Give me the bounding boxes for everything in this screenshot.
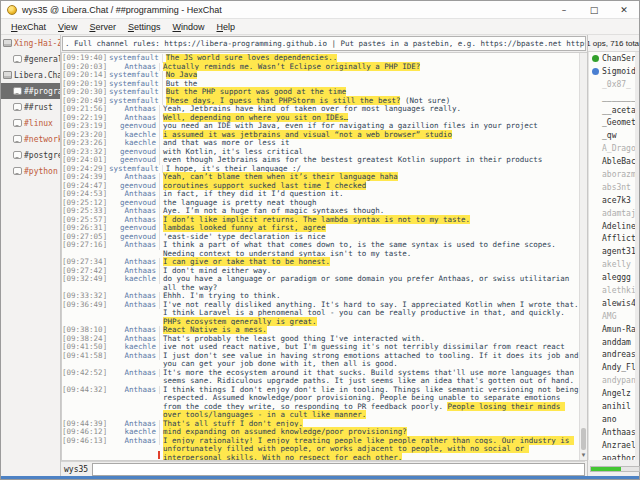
message-row: [09:36:49]AnthaasI've not really dislike… xyxy=(62,301,579,327)
nick-label: Anthaas xyxy=(109,352,160,361)
user-item[interactable]: Anzrael xyxy=(589,439,635,452)
user-item[interactable]: aborazme xyxy=(589,168,635,181)
tree-item-linux[interactable]: #linux xyxy=(1,115,60,131)
user-item[interactable]: __acetak xyxy=(589,104,635,117)
tree-item-rust[interactable]: ##rust xyxy=(1,99,60,115)
user-item[interactable]: andreas3 xyxy=(589,348,635,361)
message-text: I think a part of what that comes down t… xyxy=(160,241,579,258)
user-item[interactable]: alethkit xyxy=(589,284,635,297)
user-item[interactable]: ano xyxy=(589,413,635,426)
tree-item-python[interactable]: #python xyxy=(1,163,60,179)
plain-text: I just don't see value in having strong … xyxy=(163,351,579,369)
user-list: ChanServSigmoidF_0x87__________acetak_Ge… xyxy=(588,52,635,460)
tree-item-label: Libera.Chat xyxy=(14,71,60,80)
user-item[interactable]: A_Dragon xyxy=(589,142,635,155)
user-item[interactable]: Afflicti xyxy=(589,232,635,245)
chat-scrollbar[interactable]: ▼ xyxy=(579,53,587,460)
user-item[interactable]: anihil xyxy=(589,400,635,413)
no-badge xyxy=(592,390,599,397)
user-item[interactable]: AMG xyxy=(589,310,635,323)
network-icon xyxy=(3,39,12,47)
user-item[interactable]: ace7k3 xyxy=(589,194,635,207)
user-item[interactable]: _______ xyxy=(589,91,635,104)
channel-bubble-icon xyxy=(13,151,22,159)
hexchat-icon xyxy=(7,5,17,15)
user-item[interactable]: agent314 xyxy=(589,245,635,258)
user-item[interactable]: alewis4 xyxy=(589,297,635,310)
user-name: _0x87_ xyxy=(602,80,631,89)
tree-item-programm[interactable]: ##programm xyxy=(1,83,60,99)
highlighted-text: But the PHP support was good at the time xyxy=(166,87,347,96)
user-item[interactable]: AbleBaco xyxy=(589,155,635,168)
no-badge xyxy=(592,377,599,384)
message-row: [09:42:52]AnthaasIt's more the ecosystem… xyxy=(62,369,579,386)
message-input[interactable] xyxy=(92,463,585,476)
user-name: Angelz xyxy=(602,389,631,398)
nick-button[interactable]: wys35 xyxy=(61,465,92,474)
plain-text: I think a part of what that comes down t… xyxy=(163,240,560,258)
timestamp: [09:36:49] xyxy=(62,301,109,310)
user-name: Afflicti xyxy=(602,234,635,243)
no-badge xyxy=(592,184,599,191)
user-name: _______ xyxy=(602,93,635,102)
channel-bubble-icon xyxy=(13,167,22,175)
user-item[interactable]: adamtajt xyxy=(589,207,635,220)
scroll-down-icon[interactable]: ▼ xyxy=(580,451,587,459)
plain-text: Yeah, Jetbrains have kind of taken over … xyxy=(163,104,461,113)
highlighted-text: mind expanding on assumed knowledge/poor… xyxy=(163,427,407,436)
user-item[interactable]: _0x87_ xyxy=(589,78,635,91)
close-button[interactable]: ✕ xyxy=(609,1,639,18)
timestamp: [09:46:13] xyxy=(62,437,109,446)
tree-item-label: #linux xyxy=(24,119,53,128)
message-row: [09:44:32]AnthaasI think things I don't … xyxy=(62,386,579,420)
tree-item-label: #general xyxy=(24,55,60,64)
user-name: apathor xyxy=(602,454,635,460)
user-item[interactable]: Angelz xyxy=(589,387,635,400)
input-row: wys35 xyxy=(61,461,585,476)
user-item[interactable]: akelly xyxy=(589,258,635,271)
menu-settings[interactable]: Settings xyxy=(122,21,167,33)
tree-item-postgresq[interactable]: #postgresq xyxy=(1,147,60,163)
user-item[interactable]: Andy_Fla xyxy=(589,361,635,374)
menu-view[interactable]: View xyxy=(52,21,83,33)
no-badge xyxy=(592,351,599,358)
user-name: ano xyxy=(602,415,616,424)
tree-item-libera.chat[interactable]: Libera.Chat xyxy=(1,67,60,83)
no-badge xyxy=(592,210,599,217)
user-item[interactable]: ChanServ xyxy=(589,52,635,65)
user-item[interactable]: anddam xyxy=(589,336,635,349)
tree-item-networkin[interactable]: #networkin xyxy=(1,131,60,147)
user-item[interactable]: andypand xyxy=(589,374,635,387)
nick-label: Anthaas xyxy=(109,241,160,250)
message-text: do you have a language or paradigm or so… xyxy=(160,275,579,292)
user-item[interactable]: Amun-Ra xyxy=(589,323,635,336)
maximize-button[interactable]: □ xyxy=(579,1,609,18)
menu-server[interactable]: Server xyxy=(83,21,122,33)
user-item[interactable]: Anthaas xyxy=(589,426,635,439)
user-name: AMG xyxy=(602,312,616,321)
menu-window[interactable]: Window xyxy=(166,21,210,33)
minimize-button[interactable]: – xyxy=(549,1,579,18)
topic-input[interactable]: . Full channel rules: https://libera-pro… xyxy=(62,36,586,51)
user-item[interactable]: SigmoidF xyxy=(589,65,635,78)
menu-hexchat[interactable]: HexChat xyxy=(5,21,52,33)
tree-item-xing-hai-zha[interactable]: Xing-Hai-Zha xyxy=(1,35,60,51)
user-item[interactable]: _qw xyxy=(589,129,635,142)
tree-item-general[interactable]: #general xyxy=(1,51,60,67)
no-badge xyxy=(592,197,599,204)
user-item[interactable]: aleggg xyxy=(589,271,635,284)
user-item[interactable]: _Geomete xyxy=(589,116,635,129)
user-name: alethkit xyxy=(602,286,635,295)
userlist-scrollbar[interactable] xyxy=(635,52,639,460)
user-item[interactable]: apathor xyxy=(589,452,635,460)
timestamp: [09:44:32] xyxy=(62,386,109,395)
user-name: akelly xyxy=(602,260,631,269)
user-name: Anzrael xyxy=(602,441,635,450)
user-item[interactable]: abs3nt xyxy=(589,181,635,194)
menu-help[interactable]: Help xyxy=(210,21,241,33)
user-item[interactable]: Adeline xyxy=(589,220,635,233)
scrollbar-thumb[interactable] xyxy=(581,428,586,450)
no-badge xyxy=(592,429,599,436)
tree-item-label: #postgresq xyxy=(24,151,60,160)
user-name: Andy_Fla xyxy=(602,363,635,372)
